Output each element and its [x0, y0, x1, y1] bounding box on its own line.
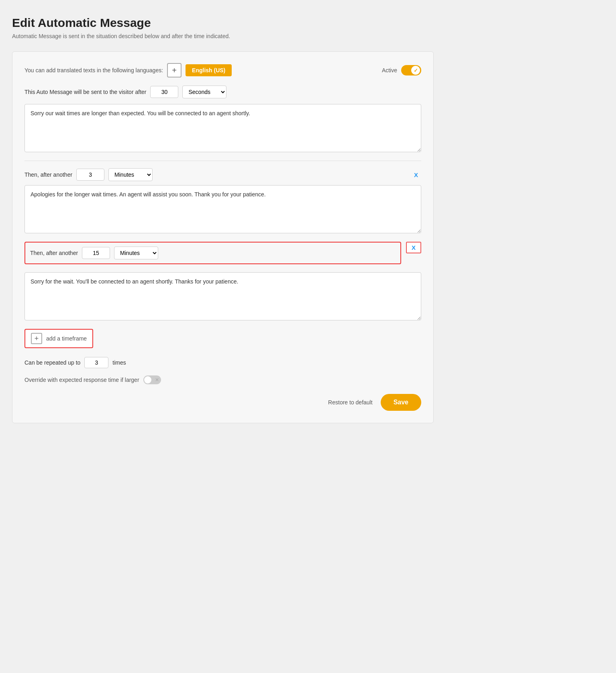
footer-row: Restore to default Save	[24, 394, 421, 411]
page-subtitle: Automatic Message is sent in the situati…	[12, 33, 604, 39]
third-message-prefix: Then, after another	[30, 250, 78, 256]
active-label: Active	[382, 67, 397, 73]
first-time-row: This Auto Message will be sent to the vi…	[24, 86, 421, 98]
repeat-suffix: times	[112, 359, 126, 366]
override-row: Override with expected response time if …	[24, 375, 421, 384]
english-lang-button[interactable]: English (US)	[186, 64, 232, 76]
second-message-delete-button[interactable]: X	[411, 170, 421, 180]
first-message-block: This Auto Message will be sent to the vi…	[24, 86, 421, 153]
third-time-unit-select[interactable]: Seconds Minutes Hours	[114, 247, 158, 259]
lang-section: You can add translated texts in the foll…	[24, 63, 421, 77]
second-message-block: Then, after another Seconds Minutes Hour…	[24, 168, 421, 235]
save-button[interactable]: Save	[381, 394, 421, 411]
add-timeframe-plus-icon: +	[31, 333, 42, 344]
third-message-delete-button[interactable]: X	[406, 242, 421, 253]
second-message-textarea[interactable]	[24, 185, 421, 233]
third-message-textarea[interactable]	[24, 272, 421, 320]
toggle-check-icon: ✓	[414, 67, 418, 73]
add-lang-button[interactable]: +	[167, 63, 182, 77]
override-toggle[interactable]: ✕	[143, 375, 161, 384]
second-time-unit-select[interactable]: Seconds Minutes Hours	[108, 168, 153, 181]
first-time-input[interactable]	[150, 86, 178, 98]
lang-left: You can add translated texts in the foll…	[24, 63, 232, 77]
lang-hint-text: You can add translated texts in the foll…	[24, 67, 163, 73]
override-label: Override with expected response time if …	[24, 377, 139, 383]
third-time-input[interactable]	[82, 247, 110, 259]
divider-1	[24, 161, 421, 161]
first-time-unit-select[interactable]: Seconds Minutes Hours	[182, 86, 226, 98]
repeat-count-input[interactable]	[84, 357, 108, 368]
second-timeframe-row: Then, after another Seconds Minutes Hour…	[24, 168, 421, 181]
override-toggle-thumb	[144, 376, 151, 383]
active-section: Active ✓	[382, 65, 421, 75]
first-message-prefix: This Auto Message will be sent to the vi…	[24, 89, 146, 95]
override-toggle-x-icon: ✕	[155, 377, 159, 383]
add-timeframe-label: add a timeframe	[46, 335, 87, 342]
repeat-row: Can be repeated up to times	[24, 357, 421, 368]
repeat-prefix: Can be repeated up to	[24, 359, 80, 366]
first-message-textarea[interactable]	[24, 104, 421, 152]
second-time-input[interactable]	[76, 169, 104, 181]
restore-default-button[interactable]: Restore to default	[328, 399, 373, 406]
third-timeframe-highlighted-row: Then, after another Seconds Minutes Hour…	[24, 242, 401, 264]
second-message-prefix: Then, after another	[24, 171, 72, 178]
add-timeframe-button[interactable]: + add a timeframe	[24, 329, 93, 348]
third-message-block: Then, after another Seconds Minutes Hour…	[24, 242, 421, 322]
page-title: Edit Automatic Message	[12, 16, 604, 30]
main-card: You can add translated texts in the foll…	[12, 51, 434, 423]
second-time-left: Then, after another Seconds Minutes Hour…	[24, 168, 153, 181]
active-toggle[interactable]: ✓	[401, 65, 421, 75]
